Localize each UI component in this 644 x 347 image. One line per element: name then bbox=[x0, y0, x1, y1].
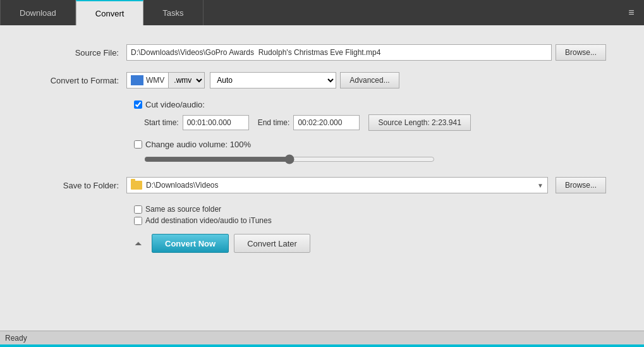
source-file-browse-button[interactable]: Browse... bbox=[556, 44, 606, 61]
format-select-container[interactable]: WMV .wmv bbox=[126, 72, 205, 88]
convert-now-button[interactable]: Convert Now bbox=[152, 234, 229, 253]
menu-icon[interactable]: ≡ bbox=[619, 0, 644, 25]
start-time-input[interactable] bbox=[183, 115, 249, 130]
volume-checkbox-label[interactable]: Change audio volume: 100% bbox=[134, 140, 251, 149]
end-time-input[interactable] bbox=[293, 115, 360, 130]
format-row: Convert to Format: WMV .wmv Auto Advance… bbox=[38, 72, 606, 88]
cut-checkbox-row: Cut video/audio: bbox=[134, 100, 606, 109]
cut-section: Cut video/audio: Start time: End time: S… bbox=[134, 100, 606, 131]
advanced-button[interactable]: Advanced... bbox=[340, 72, 399, 88]
time-row: Start time: End time: Source Length: 2:2… bbox=[144, 114, 606, 131]
source-file-control: Browse... bbox=[126, 44, 606, 61]
wmv-format-icon bbox=[131, 75, 143, 85]
format-label: Convert to Format: bbox=[38, 76, 126, 85]
save-folder-label: Save to Folder: bbox=[38, 181, 126, 190]
source-length-button[interactable]: Source Length: 2:23.941 bbox=[368, 114, 470, 131]
collapse-icon[interactable]: ⏶ bbox=[134, 238, 143, 248]
source-file-row: Source File: Browse... bbox=[38, 44, 606, 61]
status-text: Ready bbox=[5, 334, 27, 343]
folder-path-text: D:\Downloads\Videos bbox=[146, 181, 535, 190]
same-as-source-checkbox[interactable] bbox=[134, 205, 142, 214]
cut-video-checkbox-label[interactable]: Cut video/audio: bbox=[134, 100, 205, 109]
add-to-itunes-label[interactable]: Add destination video/audio to iTunes bbox=[134, 216, 606, 225]
save-folder-control: D:\Downloads\Videos ▼ Browse... bbox=[126, 177, 606, 193]
tab-tasks[interactable]: Tasks bbox=[143, 0, 203, 25]
end-time-label: End time: bbox=[258, 118, 290, 127]
volume-checkbox[interactable] bbox=[134, 140, 142, 149]
save-folder-browse-button[interactable]: Browse... bbox=[556, 177, 606, 193]
save-folder-row: Save to Folder: D:\Downloads\Videos ▼ Br… bbox=[38, 177, 606, 193]
convert-later-button[interactable]: Convert Later bbox=[234, 234, 310, 253]
format-name-label: WMV bbox=[127, 75, 168, 85]
status-bar: Ready bbox=[0, 331, 644, 344]
volume-slider-row bbox=[144, 154, 606, 164]
quality-select[interactable]: Auto bbox=[210, 72, 336, 88]
folder-icon bbox=[131, 181, 142, 190]
cut-video-checkbox[interactable] bbox=[134, 100, 142, 109]
top-bar-spacer bbox=[204, 0, 619, 25]
folder-select-container[interactable]: D:\Downloads\Videos ▼ bbox=[126, 177, 548, 193]
top-bar: Download Convert Tasks ≡ bbox=[0, 0, 644, 25]
main-content: Source File: Browse... Convert to Format… bbox=[0, 25, 644, 331]
format-control: WMV .wmv Auto Advanced... bbox=[126, 72, 606, 88]
volume-checkbox-row: Change audio volume: 100% bbox=[134, 140, 606, 149]
status-bar-accent bbox=[0, 344, 644, 347]
folder-options: Same as source folder Add destination vi… bbox=[134, 205, 606, 225]
tab-download[interactable]: Download bbox=[0, 0, 76, 25]
tab-convert[interactable]: Convert bbox=[76, 0, 144, 25]
volume-slider[interactable] bbox=[144, 154, 435, 164]
folder-dropdown-arrow-icon: ▼ bbox=[537, 182, 544, 189]
source-file-label: Source File: bbox=[38, 48, 126, 58]
same-as-source-label[interactable]: Same as source folder bbox=[134, 205, 606, 214]
start-time-label: Start time: bbox=[144, 118, 179, 127]
add-to-itunes-checkbox[interactable] bbox=[134, 217, 142, 225]
volume-section: Change audio volume: 100% bbox=[134, 140, 606, 164]
format-ext-select[interactable]: .wmv bbox=[168, 73, 204, 88]
source-file-input[interactable] bbox=[126, 44, 552, 61]
convert-area: ⏶ Convert Now Convert Later bbox=[134, 234, 606, 253]
